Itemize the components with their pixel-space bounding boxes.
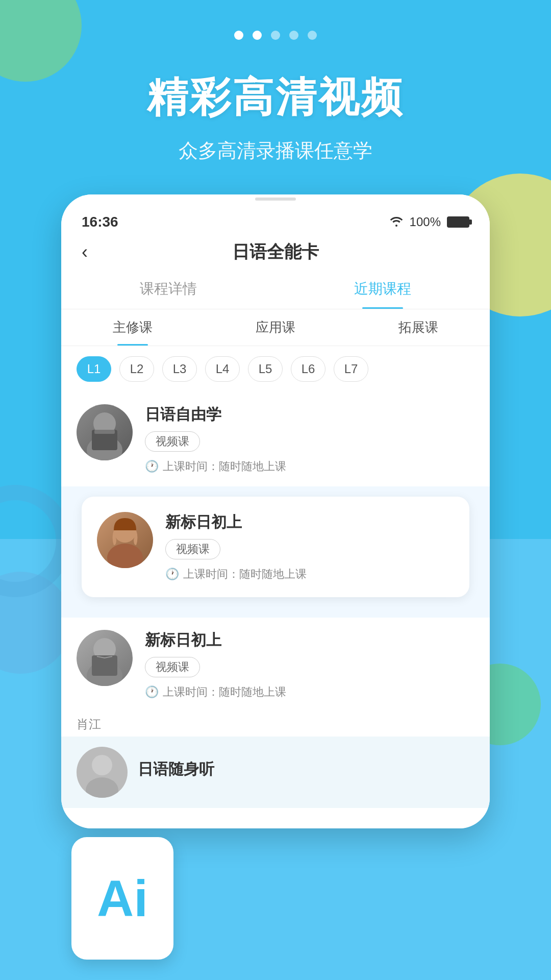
dot-3[interactable] xyxy=(271,31,280,40)
course-card-4[interactable]: 日语随身听 xyxy=(61,737,490,808)
course-time-2: 🕐 上课时间：随时随地上课 xyxy=(165,567,454,582)
level-l6[interactable]: L6 xyxy=(291,356,325,382)
dot-4[interactable] xyxy=(289,31,298,40)
battery-icon xyxy=(447,216,469,228)
course-avatar-2 xyxy=(97,512,153,568)
scroll-hint xyxy=(61,194,490,204)
app-header: ‹ 日语全能卡 xyxy=(61,230,490,269)
clock-icon-3: 🕐 xyxy=(145,685,159,699)
course-avatar-1 xyxy=(77,404,133,460)
battery-percentage: 100% xyxy=(410,215,441,229)
course-avatar-3 xyxy=(77,630,133,686)
course-tag-2: 视频课 xyxy=(165,539,220,559)
page-title: 日语全能卡 xyxy=(232,240,319,264)
phone-time: 16:36 xyxy=(82,214,118,230)
ai-text: Ai xyxy=(97,873,148,924)
tab-course-detail[interactable]: 课程详情 xyxy=(61,269,276,309)
level-l1[interactable]: L1 xyxy=(77,356,111,382)
svg-rect-3 xyxy=(94,430,115,434)
sub-tab-extended-course[interactable]: 拓展课 xyxy=(347,309,490,346)
course-time-3: 🕐 上课时间：随时随地上课 xyxy=(145,684,474,700)
main-content: 精彩高清视频 众多高清录播课任意学 16:36 100% xyxy=(0,0,551,828)
dot-5[interactable] xyxy=(308,31,317,40)
level-pills: L1 L2 L3 L4 L5 L6 L7 xyxy=(61,346,490,392)
sub-tab-applied-course[interactable]: 应用课 xyxy=(204,309,347,346)
level-l4[interactable]: L4 xyxy=(205,356,240,382)
wifi-icon xyxy=(389,214,404,230)
course-name-2: 新标日初上 xyxy=(165,512,454,533)
svg-point-10 xyxy=(86,777,118,798)
level-l5[interactable]: L5 xyxy=(248,356,283,382)
course-name-4: 日语随身听 xyxy=(138,759,214,780)
course-tag-1: 视频课 xyxy=(145,431,200,452)
ai-badge: Ai xyxy=(71,837,173,960)
course-name-1: 日语自由学 xyxy=(145,404,474,425)
tab-recent-courses[interactable]: 近期课程 xyxy=(276,269,490,309)
course-card-3[interactable]: 新标日初上 视频课 🕐 上课时间：随时随地上课 xyxy=(61,618,490,712)
status-bar: 16:36 100% xyxy=(61,204,490,230)
sub-tab-main-course[interactable]: 主修课 xyxy=(61,309,204,346)
phone-status-icons: 100% xyxy=(389,214,469,230)
course-time-1: 🕐 上课时间：随时随地上课 xyxy=(145,459,474,474)
course-card-2[interactable]: 新标日初上 视频课 🕐 上课时间：随时随地上课 xyxy=(82,497,469,597)
scroll-handle xyxy=(255,198,296,201)
back-button[interactable]: ‹ xyxy=(82,241,88,263)
course-tag-3: 视频课 xyxy=(145,657,200,677)
hero-subtitle: 众多高清录播课任意学 xyxy=(179,138,372,164)
level-l3[interactable]: L3 xyxy=(162,356,197,382)
course-info-3: 新标日初上 视频课 🕐 上课时间：随时随地上课 xyxy=(145,630,474,700)
clock-icon-1: 🕐 xyxy=(145,460,159,473)
sub-tabs: 主修课 应用课 拓展课 xyxy=(61,309,490,346)
course-highlight-wrapper: 新标日初上 视频课 🕐 上课时间：随时随地上课 xyxy=(61,486,490,618)
course-name-3: 新标日初上 xyxy=(145,630,474,651)
course-info-2: 新标日初上 视频课 🕐 上课时间：随时随地上课 xyxy=(165,512,454,582)
course-card-1[interactable]: 日语自由学 视频课 🕐 上课时间：随时随地上课 xyxy=(61,392,490,486)
main-tabs: 课程详情 近期课程 xyxy=(61,269,490,309)
dot-1[interactable] xyxy=(234,31,243,40)
svg-point-5 xyxy=(107,544,143,568)
svg-point-9 xyxy=(92,755,112,775)
level-l2[interactable]: L2 xyxy=(119,356,154,382)
phone-mockup: 16:36 100% ‹ 日语全能卡 课程详情 xyxy=(61,194,490,828)
course-info-1: 日语自由学 视频课 🕐 上课时间：随时随地上课 xyxy=(145,404,474,474)
teacher-name: 肖江 xyxy=(61,712,490,737)
phone-home-area xyxy=(61,808,490,828)
level-l7[interactable]: L7 xyxy=(334,356,368,382)
hero-title: 精彩高清视频 xyxy=(147,70,404,126)
pagination-dots xyxy=(234,31,317,40)
course-3-wrapper: 新标日初上 视频课 🕐 上课时间：随时随地上课 肖江 xyxy=(61,618,490,737)
dot-2[interactable] xyxy=(253,31,262,40)
ai-badge-container: Ai xyxy=(71,837,173,960)
clock-icon-2: 🕐 xyxy=(165,568,179,581)
course-avatar-4 xyxy=(77,747,128,798)
